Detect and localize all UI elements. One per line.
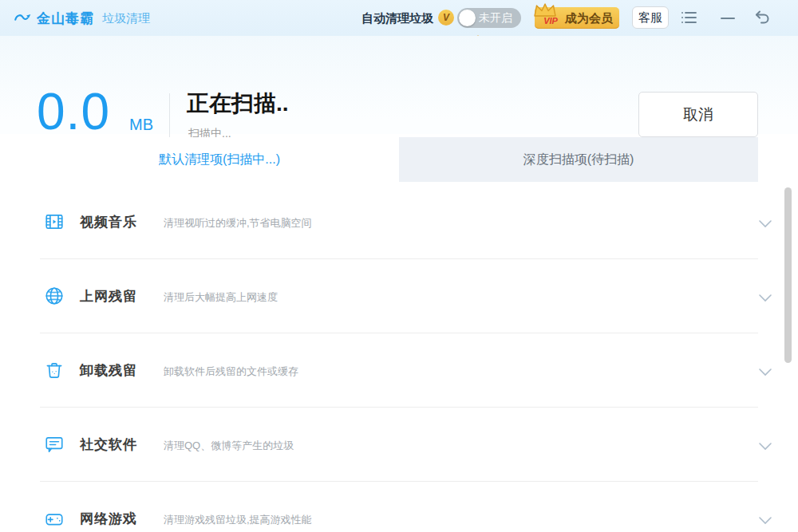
toggle-knob[interactable]	[459, 10, 476, 26]
chat-icon	[44, 434, 65, 458]
scan-header: 0.0 MB 正在扫描.. 扫描中... 取消	[0, 36, 798, 134]
gamepad-icon	[44, 508, 65, 532]
list-item-web-residue[interactable]: 上网残留 清理后大幅提高上网速度	[40, 259, 758, 333]
item-title: 社交软件	[80, 435, 137, 454]
return-arrow-icon[interactable]	[753, 9, 771, 30]
support-label: 客服	[638, 10, 662, 26]
junk-clean-window: 金山毒霸 垃圾清理 自动清理垃圾 V 未开启 VIP 成为会员 客服	[0, 0, 798, 532]
item-title: 卸载残留	[80, 361, 137, 380]
chevron-down-icon[interactable]	[758, 217, 772, 231]
item-description: 清理视听过的缓冲,节省电脑空间	[164, 216, 312, 231]
app-name: 金山毒霸	[37, 10, 94, 28]
item-title: 视频音乐	[80, 213, 137, 231]
globe-icon	[44, 286, 65, 309]
item-title: 上网残留	[80, 287, 137, 305]
titlebar: 金山毒霸 垃圾清理 自动清理垃圾 V 未开启 VIP 成为会员 客服	[0, 0, 798, 36]
scrollbar-thumb[interactable]	[784, 187, 792, 363]
item-title: 网络游戏	[80, 510, 137, 528]
tabbar: 默认清理项(扫描中...) 深度扫描项(待扫描)	[40, 137, 758, 182]
tab-deep-scan[interactable]: 深度扫描项(待扫描)	[399, 137, 758, 182]
header-divider	[169, 93, 170, 138]
chevron-down-icon[interactable]	[758, 365, 772, 380]
app-logo-icon	[13, 7, 34, 31]
vip-word: VIP	[535, 16, 567, 26]
become-member-button[interactable]: VIP 成为会员	[535, 7, 619, 29]
tab-default-clean[interactable]: 默认清理项(扫描中...)	[40, 137, 399, 182]
list-item-online-games[interactable]: 网络游戏 清理游戏残留垃圾,提高游戏性能	[40, 482, 758, 532]
chevron-down-icon[interactable]	[758, 291, 772, 305]
member-label: 成为会员	[565, 11, 613, 26]
list-item-uninstall-residue[interactable]: 卸载残留 卸载软件后残留的文件或缓存	[40, 333, 758, 408]
item-description: 卸载软件后残留的文件或缓存	[164, 365, 298, 379]
auto-clean-label: 自动清理垃圾	[361, 11, 433, 26]
chevron-down-icon[interactable]	[758, 514, 772, 528]
scan-status-title: 正在扫描..	[187, 89, 289, 119]
auto-clean-toggle[interactable]: 未开启	[457, 8, 521, 28]
trash-icon	[44, 360, 65, 384]
cancel-label: 取消	[683, 104, 713, 125]
list-item-social-apps[interactable]: 社交软件 清理QQ、微博等产生的垃圾	[40, 408, 758, 482]
item-description: 清理游戏残留垃圾,提高游戏性能	[164, 513, 312, 527]
toggle-state-label: 未开启	[479, 11, 512, 26]
main-menu-icon[interactable]	[680, 10, 697, 29]
module-name: 垃圾清理	[102, 11, 150, 26]
scanned-size-unit: MB	[129, 116, 153, 134]
clean-category-list: 视频音乐 清理视听过的缓冲,节省电脑空间 上网残留 清理后大幅提高上网速度	[40, 185, 758, 532]
minimize-icon[interactable]	[720, 13, 736, 27]
scanned-size-value: 0.0	[37, 82, 110, 141]
tab-deep-scan-label: 深度扫描项(待扫描)	[523, 152, 634, 168]
video-music-icon	[44, 211, 65, 235]
item-description: 清理后大幅提高上网速度	[164, 290, 278, 305]
tab-default-clean-label: 默认清理项(扫描中...)	[159, 152, 280, 168]
list-item-video-music[interactable]: 视频音乐 清理视听过的缓冲,节省电脑空间	[40, 185, 758, 259]
item-description: 清理QQ、微博等产生的垃圾	[164, 439, 294, 453]
cancel-button[interactable]: 取消	[638, 92, 758, 137]
chevron-down-icon[interactable]	[758, 439, 772, 454]
vip-v-icon: V	[438, 10, 454, 26]
support-button[interactable]: 客服	[632, 6, 669, 29]
